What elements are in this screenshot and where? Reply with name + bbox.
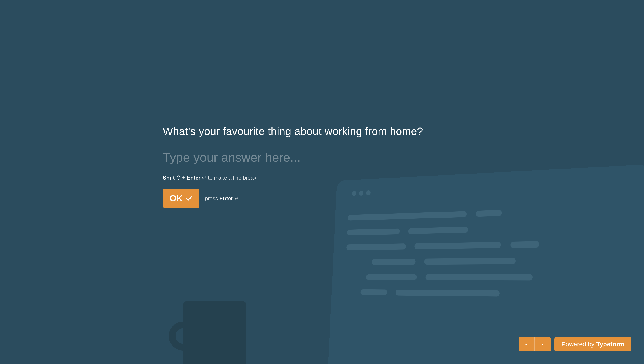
next-question-button[interactable] — [535, 337, 551, 352]
prev-question-button[interactable] — [518, 337, 535, 352]
powered-by-text: Powered by — [562, 341, 594, 348]
brand-name: Typeform — [596, 341, 624, 348]
nav-button-group — [518, 337, 551, 352]
chevron-up-icon — [524, 342, 529, 347]
line-break-hint: Shift ⇧ + Enter ↵ to make a line break — [163, 174, 492, 181]
ok-button[interactable]: OK — [163, 189, 200, 208]
press-enter-hint: press Enter ↵ — [205, 196, 239, 202]
answer-input[interactable] — [163, 150, 488, 169]
ok-button-label: OK — [170, 194, 183, 204]
check-icon — [186, 195, 193, 202]
mug-illustration — [183, 302, 246, 364]
chevron-down-icon — [540, 342, 546, 347]
powered-by-link[interactable]: Powered by Typeform — [554, 337, 632, 352]
question-title: What's your favourite thing about workin… — [163, 125, 492, 138]
